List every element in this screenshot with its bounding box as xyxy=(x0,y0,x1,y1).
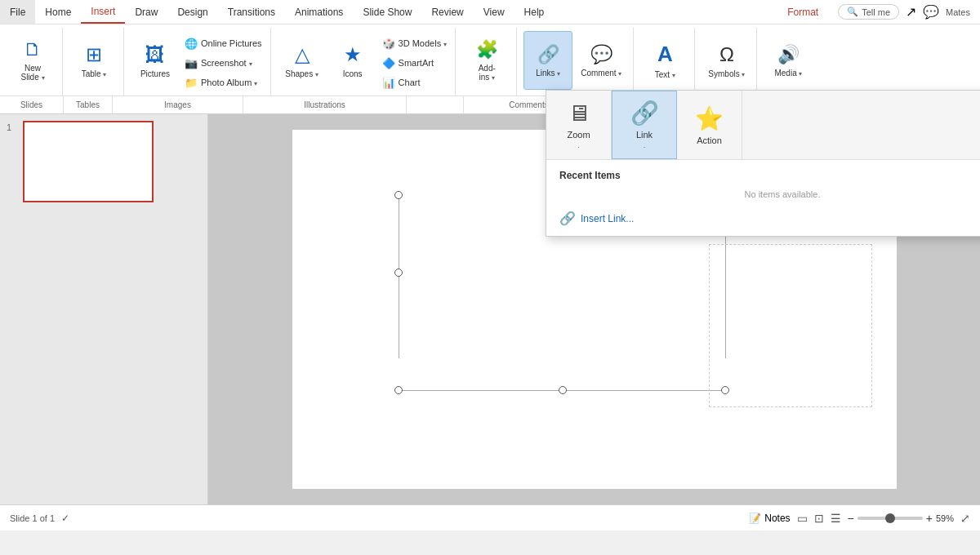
ribbon-group-media: 🔊 Media ▾ xyxy=(759,28,817,95)
smartart-icon: 🔷 xyxy=(382,57,395,69)
zoom-plus-btn[interactable]: + xyxy=(926,512,933,525)
icons-icon: ★ xyxy=(344,43,362,66)
notes-button[interactable]: 📝 Notes xyxy=(749,513,790,524)
symbols-label: Symbols ▾ xyxy=(708,69,745,78)
new-slide-label: NewSlide ▾ xyxy=(20,64,44,82)
tell-me-input[interactable]: 🔍 Tell me xyxy=(838,4,899,20)
ribbon-group-images: 🖼 Pictures 🌐 Online Pictures 📷 Screensho… xyxy=(126,28,271,95)
view-normal-icon[interactable]: ▭ xyxy=(797,512,808,525)
table-button[interactable]: ⊞ Table ▾ xyxy=(69,31,118,90)
zoom-percent: 59% xyxy=(936,513,954,523)
pictures-icon: 🖼 xyxy=(145,43,165,66)
ribbon-group-slides: 🗋 NewSlide ▾ xyxy=(3,28,63,95)
view-reader-icon[interactable]: ☰ xyxy=(831,512,841,525)
addins-button[interactable]: 🧩 Add-ins ▾ xyxy=(462,31,511,90)
view-slide-icon[interactable]: ⊡ xyxy=(814,512,824,525)
icons-button[interactable]: ★ Icons xyxy=(328,31,377,90)
text-button[interactable]: A Text ▾ xyxy=(640,31,689,90)
handle-ml[interactable] xyxy=(394,269,403,277)
smartart-button[interactable]: 🔷 SmartArt xyxy=(379,54,451,72)
zoom-control: − + 59% xyxy=(848,512,954,525)
fit-page-icon[interactable]: ⤢ xyxy=(960,512,970,525)
action-star-icon: ⭐ xyxy=(695,105,724,132)
menu-design[interactable]: Design xyxy=(167,0,217,24)
comment-nav-icon[interactable]: 💬 xyxy=(923,4,939,20)
menu-slideshow[interactable]: Slide Show xyxy=(353,0,421,24)
symbols-icon: Ω xyxy=(719,43,734,66)
comment-button[interactable]: 💬 Comment ▾ xyxy=(574,31,628,90)
screenshot-label: Screenshot ▾ xyxy=(201,58,252,68)
zoom-minus-btn[interactable]: − xyxy=(848,512,854,525)
mates-label: Mates xyxy=(946,7,970,17)
group-label-illustrations: Illustrations xyxy=(243,96,407,113)
insert-link-label[interactable]: Insert Link... xyxy=(581,213,634,224)
new-slide-button[interactable]: 🗋 NewSlide ▾ xyxy=(8,31,57,90)
accessibility-icon: ✓ xyxy=(61,513,69,524)
addins-label: Add-ins ▾ xyxy=(479,64,496,82)
menu-animations[interactable]: Animations xyxy=(285,0,353,24)
links-dropdown: 🖥 Zoom · 🔗 Link · ⭐ Action Recent Items … xyxy=(546,90,980,237)
link-dropdown-sub: · xyxy=(644,143,646,151)
zoom-dropdown-btn[interactable]: 🖥 Zoom · xyxy=(546,91,612,159)
menu-home[interactable]: Home xyxy=(35,0,81,24)
photo-album-button[interactable]: 📁 Photo Album ▾ xyxy=(181,73,265,91)
shapes-icon: △ xyxy=(295,43,310,66)
menu-view[interactable]: View xyxy=(474,0,514,24)
chart-button[interactable]: 📊 Chart xyxy=(379,73,451,91)
insert-link-icon: 🔗 xyxy=(559,211,576,226)
no-items-text: No items available. xyxy=(559,189,980,199)
handle-bm[interactable] xyxy=(559,386,567,394)
symbols-button[interactable]: Ω Symbols ▾ xyxy=(702,31,751,90)
3d-models-button[interactable]: 🎲 3D Models ▾ xyxy=(379,34,451,52)
new-slide-icon: 🗋 xyxy=(24,39,42,60)
menu-review[interactable]: Review xyxy=(421,0,473,24)
media-icon: 🔊 xyxy=(777,44,800,65)
handle-tl[interactable] xyxy=(394,191,403,199)
zoom-thumb xyxy=(885,513,895,523)
action-dropdown-btn[interactable]: ⭐ Action xyxy=(677,91,742,159)
ribbon-group-tables: ⊞ Table ▾ xyxy=(65,28,124,95)
zoom-dropdown-sub: · xyxy=(577,143,580,151)
group-label-addins xyxy=(407,96,464,113)
media-button[interactable]: 🔊 Media ▾ xyxy=(764,31,813,90)
link-dropdown-btn[interactable]: 🔗 Link · xyxy=(612,91,677,159)
smartart-label: SmartArt xyxy=(399,58,434,68)
links-button[interactable]: 🔗 Links ▾ xyxy=(523,31,572,90)
slide-panel: 1 xyxy=(0,114,208,504)
online-pictures-icon: 🌐 xyxy=(185,38,198,50)
links-icon: 🔗 xyxy=(537,44,559,65)
menu-insert[interactable]: Insert xyxy=(81,0,125,24)
ribbon-group-text: A Text ▾ xyxy=(635,28,695,95)
online-pictures-button[interactable]: 🌐 Online Pictures xyxy=(181,34,265,52)
search-icon: 🔍 xyxy=(847,7,858,17)
status-right: 📝 Notes ▭ ⊡ ☰ − + 59% ⤢ xyxy=(749,512,970,525)
screenshot-icon: 📷 xyxy=(185,57,198,69)
slide-thumbnail[interactable] xyxy=(23,121,154,202)
menu-format[interactable]: Format xyxy=(777,0,828,24)
link-dropdown-icon: 🔗 xyxy=(630,100,659,127)
addins-icon: 🧩 xyxy=(476,39,498,60)
handle-bl[interactable] xyxy=(394,386,403,394)
dropdown-top-row: 🖥 Zoom · 🔗 Link · ⭐ Action xyxy=(546,91,980,160)
table-label: Table ▾ xyxy=(82,69,107,78)
notes-icon: 📝 xyxy=(749,513,761,524)
chart-label: Chart xyxy=(399,78,421,87)
menu-transitions[interactable]: Transitions xyxy=(218,0,285,24)
comment-icon: 💬 xyxy=(590,44,612,65)
icons-label: Icons xyxy=(343,69,363,78)
recent-items-title: Recent Items xyxy=(559,170,980,181)
zoom-slider[interactable] xyxy=(858,517,923,520)
menu-file[interactable]: File xyxy=(0,0,35,24)
group-label-slides: Slides xyxy=(0,96,64,113)
pictures-button[interactable]: 🖼 Pictures xyxy=(131,31,180,90)
screenshot-button[interactable]: 📷 Screenshot ▾ xyxy=(181,54,265,72)
menu-help[interactable]: Help xyxy=(514,0,555,24)
menu-draw[interactable]: Draw xyxy=(125,0,167,24)
share-icon[interactable]: ↗ xyxy=(906,4,916,20)
link-dropdown-label: Link xyxy=(636,130,653,140)
insert-link-row[interactable]: 🔗 Insert Link... xyxy=(559,211,980,226)
shapes-button[interactable]: △ Shapes ▾ xyxy=(278,31,327,90)
slide-number: 1 xyxy=(7,121,18,132)
status-bar: Slide 1 of 1 ✓ 📝 Notes ▭ ⊡ ☰ − + 59% ⤢ xyxy=(0,504,980,531)
text-label: Text ▾ xyxy=(655,70,675,79)
